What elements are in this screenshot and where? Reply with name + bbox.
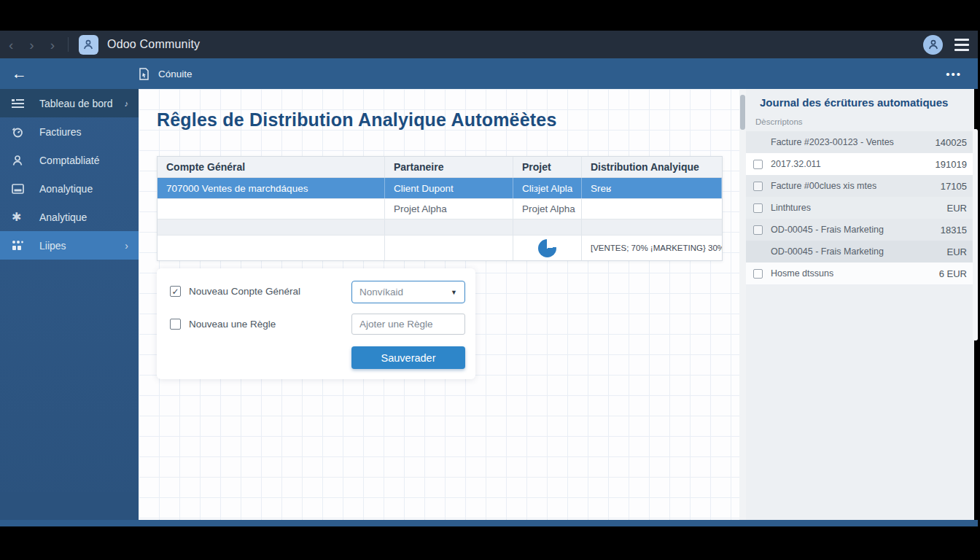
back-arrow-button[interactable]: ← [12, 65, 139, 82]
user-avatar[interactable] [923, 35, 943, 55]
cell: Projet Alpha [385, 199, 513, 219]
journal-row-value: 17105 [941, 181, 967, 192]
new-rule-checkbox[interactable] [170, 319, 181, 330]
journal-row-label: OD-00045 - Frais Marketing [771, 246, 884, 257]
sidebar-item-label: Comptabliaté [39, 155, 100, 166]
sidebar-item-label: Tableau de bord [39, 98, 112, 109]
table-row-empty[interactable] [158, 219, 722, 235]
journal-row-value: EUR [947, 203, 967, 214]
journal-row-checkbox[interactable] [753, 225, 763, 235]
journal-row[interactable]: OD-00045 - Frais Marketing EUR [746, 241, 974, 262]
journal-row-value: 140025 [936, 137, 967, 148]
sidebar-item-label: Factiures [39, 126, 82, 138]
rules-table: Compte Général Partaneire Projet Distrib… [157, 156, 723, 261]
menu-hamburger-icon[interactable] [954, 39, 969, 51]
titlebar-divider [68, 37, 69, 52]
cell [158, 236, 385, 260]
breadcrumb[interactable]: Cónuite [139, 68, 192, 80]
asterisk-icon: ✱ [12, 210, 31, 224]
dashboard-list-icon [12, 98, 31, 109]
journal-row[interactable]: 2017.32.011 191019 [746, 153, 974, 175]
sidebar-item-label: Liipes [39, 240, 66, 252]
card-icon [12, 184, 31, 194]
journal-row-value: 191019 [936, 159, 967, 170]
journal-row-label: Facture #00clues xis mtes [771, 181, 876, 191]
journal-row-label: 2017.32.011 [771, 159, 821, 169]
table-header-row: Compte Général Partaneire Projet Distrib… [158, 157, 722, 178]
journal-row-value: 18315 [941, 225, 967, 236]
table-row-selected[interactable]: 707000 Ventes de marchdáques Client Dupo… [158, 178, 722, 198]
journal-row[interactable]: OD-00045 - Frais Marketing 18315 [746, 219, 974, 241]
journal-row-label: Hosme dtssuns [771, 268, 833, 279]
sidebar-item-aonalytique[interactable]: Aonalytique [0, 174, 139, 203]
main-scrollbar [739, 89, 746, 520]
journal-row[interactable]: Facture #00clues xis mtes 17105 [746, 175, 974, 197]
cell: Client Dupont [385, 178, 513, 198]
nav-back-icon[interactable]: ‹ [9, 38, 13, 52]
journal-panel: Journal des écrütures automatiques Dèscr… [746, 89, 974, 520]
app-logo-icon [79, 35, 98, 55]
table-row-distribution[interactable]: [VENTES; 70% ¡MARKETING} 30%] [158, 235, 722, 260]
col-header[interactable]: Distribution Analyique [582, 157, 722, 177]
journal-title: Journal des écrütures automatiques [760, 96, 948, 109]
cell [513, 219, 582, 235]
more-options-button[interactable]: ••• [946, 68, 962, 80]
cell: Cliзjet Alpla [513, 178, 582, 198]
pie-chart-icon [538, 239, 556, 257]
secondary-toolbar: ← Cónuite ••• [0, 58, 978, 89]
sidebar-item-factiures[interactable]: Factiures [0, 117, 139, 146]
sidebar-item-label: Analytique [39, 211, 87, 223]
cell [158, 199, 385, 219]
person-icon [12, 155, 31, 166]
journal-row[interactable]: Linthtures EUR [746, 197, 974, 219]
cell [385, 219, 513, 235]
new-account-label: Nouveau Conpte Général [189, 286, 300, 297]
main-content: Rêgles de Distribution Analyique Automëè… [139, 89, 739, 520]
cell: 707000 Ventes de marchdáques [158, 178, 385, 198]
sidebar-item-label: Aonalytique [39, 183, 93, 195]
cell [582, 199, 722, 219]
note-icon: ♪ [125, 99, 129, 108]
journal-row[interactable]: Facture #2023-00123 - Ventes 140025 [746, 131, 974, 153]
journal-row-label: Facture #2023-00123 - Ventes [771, 137, 894, 147]
cell: Projet Alpha [513, 199, 582, 219]
journal-row-label: Linthtures [771, 203, 811, 213]
col-header[interactable]: Compte Général [158, 157, 385, 177]
cell: [VENTES; 70% ¡MARKETING} 30%] [582, 236, 722, 260]
journal-rows: Facture #2023-00123 - Ventes 140025 2017… [746, 131, 974, 284]
app-title: Odoo Community [107, 38, 200, 51]
distribution-text: [VENTES; 70% ¡MARKETING} 30%] [591, 244, 722, 252]
rule-name-input[interactable] [351, 314, 465, 335]
invoice-clock-icon [12, 126, 31, 138]
col-header[interactable]: Partaneire [385, 157, 513, 177]
account-dropdown[interactable]: Nonvíkaid ▼ [351, 281, 465, 303]
journal-subtitle: Dèscrriptons [755, 117, 803, 126]
cell [158, 219, 385, 235]
journal-row-value: 6 EUR [939, 268, 967, 279]
sidebar-item-comptabliate[interactable]: Comptabliaté [0, 146, 139, 174]
footer-bar [0, 520, 978, 526]
sidebar-item-tableau-de-bord[interactable]: Tableau de bord ♪ [0, 89, 139, 117]
nav-forward-icon[interactable]: › [29, 38, 34, 52]
journal-row-checkbox[interactable] [753, 269, 763, 279]
sidebar-item-analytique[interactable]: ✱ Analytique [0, 203, 139, 231]
title-bar: ‹ › › Odoo Community [0, 31, 978, 58]
chevron-right-icon: › [125, 240, 128, 252]
journal-scrollbar[interactable] [973, 129, 978, 341]
journal-row-checkbox[interactable] [753, 203, 763, 213]
nav-forward2-icon[interactable]: › [50, 38, 55, 52]
table-row[interactable]: Projet Alpha Projet Alpha [158, 198, 722, 219]
main-scrollbar-thumb[interactable] [740, 95, 745, 130]
new-rule-label: Nouveau une Règle [189, 319, 276, 330]
journal-row-value: EUR [947, 246, 967, 257]
cell: Sreʁ [582, 178, 722, 198]
sidebar-item-liipes[interactable]: Liipes › [0, 231, 139, 260]
journal-row-checkbox[interactable] [753, 160, 763, 169]
new-account-checkbox[interactable]: ✓ [170, 286, 181, 297]
account-dropdown-value: Nonvíkaid [359, 287, 403, 298]
journal-row[interactable]: Hosme dtssuns 6 EUR [746, 262, 974, 284]
save-button[interactable]: Sauverader [351, 346, 465, 369]
sidebar: Tableau de bord ♪ Factiures Comptabliaté… [0, 89, 139, 526]
journal-row-checkbox[interactable] [753, 182, 763, 191]
col-header[interactable]: Projet [513, 157, 582, 177]
